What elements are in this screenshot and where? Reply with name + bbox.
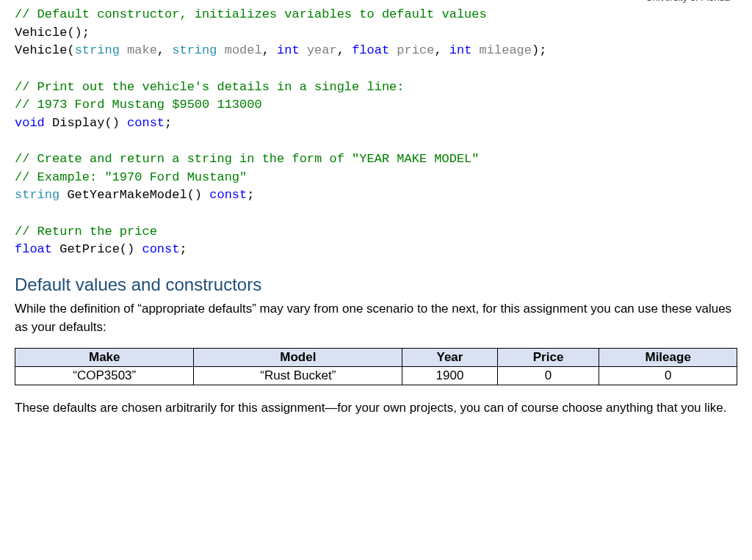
code-ident: Vehicle	[15, 26, 67, 40]
code-param: year	[300, 43, 337, 57]
code-punct: ;	[164, 116, 172, 130]
paragraph: These defaults are chosen arbitrarily fo…	[15, 399, 737, 418]
code-type: string	[15, 188, 59, 202]
code-comment: // 1973 Ford Mustang $9500 113000	[15, 98, 262, 112]
code-type: void	[15, 116, 45, 130]
code-punct: (	[67, 43, 74, 57]
code-param: make	[120, 43, 157, 57]
code-punct: ,	[262, 43, 277, 57]
code-punct: ,	[337, 43, 352, 57]
table-header-year: Year	[402, 348, 498, 366]
table-row: “COP3503” “Rust Bucket” 1900 0 0	[15, 366, 737, 385]
table-cell-price: 0	[497, 366, 599, 385]
code-type: int	[449, 43, 472, 57]
code-comment: // Default constructor, initializes vari…	[15, 7, 487, 21]
code-comment: // Print out the vehicle's details in a …	[15, 80, 405, 94]
code-type: float	[352, 43, 389, 57]
table-cell-year: 1900	[402, 366, 498, 385]
table-header-model: Model	[194, 348, 402, 366]
code-type: int	[277, 43, 300, 57]
code-punct: ,	[434, 43, 449, 57]
code-ident: GetPrice()	[52, 242, 142, 256]
code-param: model	[217, 43, 261, 57]
table-header-mileage: Mileage	[599, 348, 737, 366]
code-ident: Vehicle	[15, 43, 67, 57]
code-keyword: const	[142, 242, 179, 256]
code-type: float	[15, 242, 52, 256]
section-heading: Default values and constructors	[15, 274, 737, 295]
code-punct: ;	[247, 188, 254, 202]
table-header-make: Make	[15, 348, 194, 366]
table-cell-make: “COP3503”	[15, 366, 194, 385]
code-param: mileage	[471, 43, 532, 57]
code-type: string	[172, 43, 217, 57]
code-param: price	[389, 43, 434, 57]
code-ident: GetYearMakeModel()	[59, 188, 209, 202]
code-comment: // Create and return a string in the for…	[15, 152, 480, 166]
header-cutoff-text: University of Florida	[646, 0, 730, 4]
code-keyword: const	[209, 188, 247, 202]
table-header-price: Price	[497, 348, 599, 366]
code-listing: // Default constructor, initializes vari…	[15, 0, 737, 270]
code-punct: );	[532, 43, 546, 57]
code-type: string	[75, 43, 120, 57]
code-punct: ;	[179, 242, 187, 256]
table-header-row: Make Model Year Price Mileage	[15, 348, 737, 366]
code-punct: ();	[67, 26, 90, 40]
table-cell-model: “Rust Bucket”	[194, 366, 402, 385]
code-ident: Display()	[45, 116, 127, 130]
table-cell-mileage: 0	[599, 366, 737, 385]
code-comment: // Example:	[15, 170, 104, 184]
code-comment-string: "1970 Ford Mustang"	[104, 170, 247, 184]
defaults-table: Make Model Year Price Mileage “COP3503” …	[15, 348, 737, 385]
paragraph: While the definition of “appropriate def…	[15, 299, 737, 337]
code-punct: ,	[157, 43, 172, 57]
code-keyword: const	[127, 116, 164, 130]
code-comment: // Return the price	[15, 225, 157, 239]
